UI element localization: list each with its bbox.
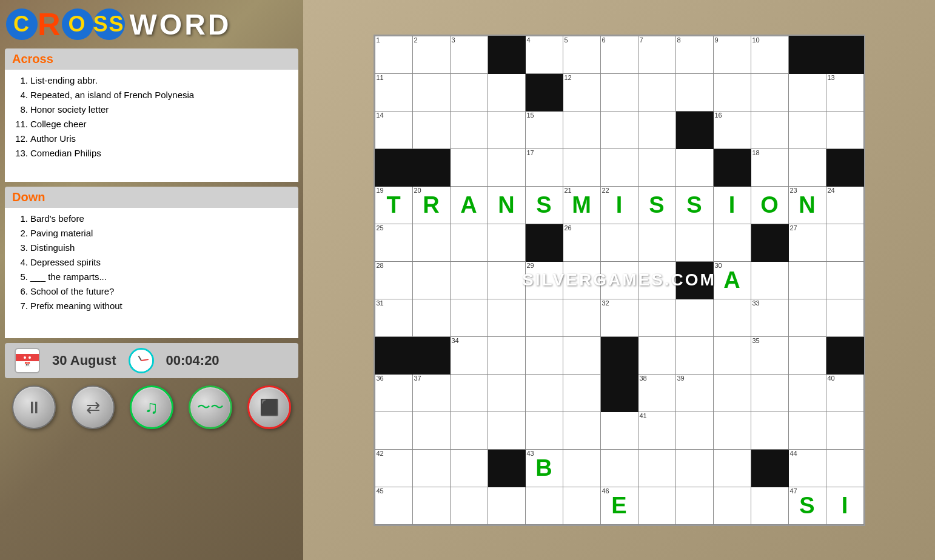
grid-cell[interactable] [488,36,525,73]
grid-cell[interactable]: 9 [713,36,751,73]
grid-cell[interactable] [600,73,638,111]
grid-cell[interactable] [675,487,713,524]
grid-cell[interactable]: 26 [563,224,600,261]
grid-cell[interactable] [600,261,638,299]
grid-cell[interactable]: 15 [525,111,563,148]
grid-cell[interactable]: 19T [375,186,412,224]
grid-cell[interactable]: I [713,186,751,224]
across-clue-item[interactable]: 8.Honor society letter [11,102,292,117]
grid-cell[interactable] [788,111,826,148]
grid-cell[interactable] [412,261,450,299]
grid-cell[interactable]: 30A [713,261,751,299]
grid-cell[interactable] [675,336,713,374]
grid-cell[interactable]: I [826,487,863,524]
grid-cell[interactable] [826,111,863,148]
grid-cell[interactable]: 3 [450,36,488,73]
grid-cell[interactable] [563,374,600,412]
grid-cell[interactable]: 10 [751,36,788,73]
grid-cell[interactable]: 12 [563,73,600,111]
grid-cell[interactable]: 24 [826,186,863,224]
grid-cell[interactable] [788,412,826,449]
grid-cell[interactable] [788,261,826,299]
music-button[interactable]: ♫ [130,385,173,429]
grid-cell[interactable]: 36 [375,374,412,412]
grid-cell[interactable]: 37 [412,374,450,412]
grid-cell[interactable]: 7 [638,36,675,73]
grid-cell[interactable] [525,299,563,336]
grid-cell[interactable] [713,412,751,449]
shuffle-button[interactable]: ⇄ [71,385,115,429]
grid-cell[interactable] [450,111,488,148]
grid-cell[interactable]: 47S [788,487,826,524]
grid-cell[interactable] [450,487,488,524]
grid-cell[interactable] [525,487,563,524]
grid-cell[interactable] [525,374,563,412]
grid-cell[interactable]: 29 [525,261,563,299]
grid-cell[interactable] [488,73,525,111]
grid-cell[interactable] [375,148,412,186]
grid-cell[interactable]: 13 [826,73,863,111]
grid-cell[interactable] [751,73,788,111]
grid-cell[interactable] [375,336,412,374]
grid-cell[interactable] [412,111,450,148]
grid-cell[interactable]: 4 [525,36,563,73]
grid-cell[interactable] [788,73,826,111]
grid-cell[interactable] [600,111,638,148]
grid-cell[interactable]: 21M [563,186,600,224]
grid-cell[interactable]: 43B [525,449,563,487]
grid-cell[interactable] [450,148,488,186]
grid-cell[interactable] [525,224,563,261]
grid-cell[interactable] [563,111,600,148]
grid-cell[interactable]: 14 [375,111,412,148]
grid-cell[interactable]: 8 [675,36,713,73]
grid-cell[interactable] [450,412,488,449]
grid-cell[interactable]: A [450,186,488,224]
across-clue-item[interactable]: 13.Comedian Philips [11,146,292,161]
grid-cell[interactable] [788,336,826,374]
across-clue-item[interactable]: 1.List-ending abbr. [11,73,292,88]
grid-cell[interactable] [788,299,826,336]
grid-cell[interactable]: 42 [375,449,412,487]
grid-cell[interactable] [600,412,638,449]
grid-cell[interactable] [638,299,675,336]
grid-cell[interactable] [713,487,751,524]
grid-cell[interactable]: 27 [788,224,826,261]
grid-cell[interactable] [713,224,751,261]
grid-cell[interactable]: 28 [375,261,412,299]
grid-cell[interactable] [525,336,563,374]
grid-cell[interactable] [788,36,826,73]
across-clues-list[interactable]: 1.List-ending abbr.4.Repeated, an island… [5,70,298,182]
grid-cell[interactable] [488,261,525,299]
grid-cell[interactable]: S [525,186,563,224]
grid-cell[interactable] [488,148,525,186]
grid-cell[interactable] [600,374,638,412]
grid-cell[interactable] [713,449,751,487]
grid-cell[interactable] [751,224,788,261]
grid-cell[interactable] [488,374,525,412]
grid-cell[interactable] [412,336,450,374]
grid-cell[interactable] [563,449,600,487]
grid-cell[interactable] [600,336,638,374]
grid-cell[interactable] [412,449,450,487]
grid-cell[interactable]: 34 [450,336,488,374]
grid-cell[interactable] [412,487,450,524]
grid-cell[interactable]: S [675,186,713,224]
grid-cell[interactable] [826,148,863,186]
grid-cell[interactable] [675,224,713,261]
grid-cell[interactable] [751,487,788,524]
grid-cell[interactable] [751,412,788,449]
grid-cell[interactable] [450,73,488,111]
grid-cell[interactable]: 46E [600,487,638,524]
grid-cell[interactable]: 16 [713,111,751,148]
down-clue-item[interactable]: 2.Paving material [11,226,292,241]
grid-cell[interactable] [675,449,713,487]
grid-cell[interactable] [675,261,713,299]
grid-cell[interactable] [638,261,675,299]
grid-cell[interactable] [713,374,751,412]
grid-cell[interactable] [450,299,488,336]
grid-cell[interactable] [563,336,600,374]
display-button[interactable]: ⬛ [247,385,291,429]
grid-cell[interactable]: 11 [375,73,412,111]
grid-cell[interactable] [826,449,863,487]
grid-cell[interactable]: 20R [412,186,450,224]
